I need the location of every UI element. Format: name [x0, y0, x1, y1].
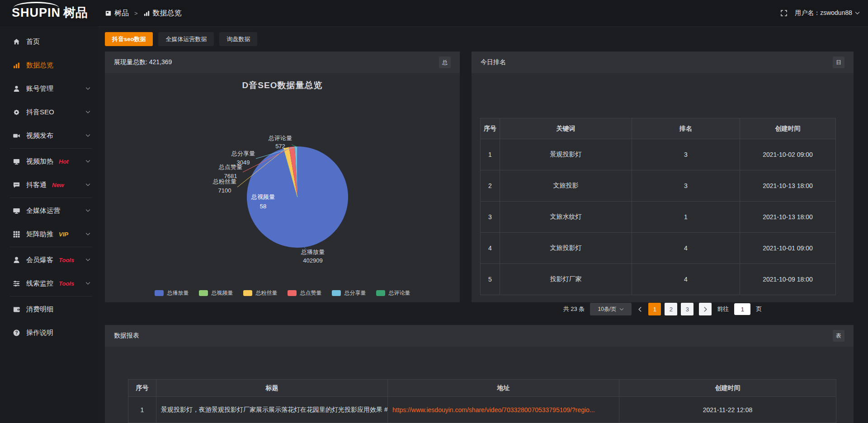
report-col-创建时间: 创建时间 [619, 380, 836, 397]
sidebar-item-消费明细[interactable]: 消费明细 [0, 297, 99, 321]
chevron-down-icon [85, 183, 90, 187]
overview-corner-button[interactable]: 总 [439, 56, 451, 68]
overview-panel-body: D音SEO数据量总览 总播放量402909总视频量58总粉丝量7100总点赞量7… [105, 73, 460, 302]
sidebar-item-label: 操作说明 [26, 329, 53, 337]
sidebar-item-label: 首页 [26, 38, 40, 46]
table-row: 5投影灯厂家42021-10-09 18:00 [481, 264, 836, 295]
sidebar-item-label: 会员爆客 [26, 256, 53, 264]
goto-page-input[interactable] [734, 303, 750, 315]
page-button-2[interactable]: 2 [665, 303, 677, 315]
pie-label-name: 总分享量 [231, 150, 255, 157]
sidebar-item-label: 数据总览 [26, 61, 53, 70]
chevron-down-icon [85, 160, 90, 163]
pie-label-value: 7681 [224, 173, 237, 179]
chevron-left-icon [638, 306, 642, 312]
next-page-button[interactable] [699, 303, 712, 315]
report-col-序号: 序号 [128, 380, 156, 397]
sidebar-item-首页[interactable]: 首页 [0, 30, 99, 53]
sidebar-item-label: 全媒体运营 [26, 207, 60, 215]
legend-label: 总粉丝量 [256, 289, 278, 297]
pie-label-name: 总评论量 [268, 135, 292, 141]
legend-item-总视频量[interactable]: 总视频量 [199, 289, 233, 297]
tab-全媒体运营数据[interactable]: 全媒体运营数据 [158, 32, 214, 46]
sliders-icon [13, 280, 20, 287]
sidebar-item-抖音SEO[interactable]: 抖音SEO [0, 100, 99, 124]
sidebar-item-视频加热[interactable]: 视频加热Hot [0, 150, 99, 173]
sidebar-item-会员爆客[interactable]: 会员爆客Tools [0, 248, 99, 272]
divider [10, 247, 92, 247]
chevron-down-icon [85, 232, 90, 236]
member-icon [13, 256, 20, 264]
sidebar-item-线索监控[interactable]: 线索监控Tools [0, 272, 99, 295]
page-button-1[interactable]: 1 [648, 303, 661, 315]
chevron-down-icon [85, 282, 90, 285]
username-dropdown[interactable]: 用户名：zswodun88 [795, 9, 860, 17]
main-content: 抖音seo数据全媒体运营数据询盘数据 展现量总数: 421,369 总 D音SE… [99, 26, 868, 423]
page-button-3[interactable]: 3 [681, 303, 693, 315]
overview-panel-header: 展现量总数: 421,369 总 [105, 52, 460, 73]
ranking-col-关键词: 关键词 [500, 118, 632, 139]
data-tabs: 抖音seo数据全媒体运营数据询盘数据 [105, 32, 257, 46]
table-cell: 1 [481, 139, 500, 170]
tab-询盘数据[interactable]: 询盘数据 [219, 32, 257, 46]
sidebar-item-label: 矩阵助推 [26, 230, 53, 239]
pie-label-value: 402909 [303, 257, 322, 264]
sidebar-badge: Hot [59, 158, 69, 165]
prev-page-button[interactable] [637, 306, 643, 312]
legend-label: 总点赞量 [300, 289, 322, 297]
table-cell: 3 [632, 139, 740, 170]
legend-item-总播放量[interactable]: 总播放量 [155, 289, 189, 297]
pie-label-line [292, 145, 297, 147]
legend-item-总点赞量[interactable]: 总点赞量 [288, 289, 322, 297]
sidebar-item-全媒体运营[interactable]: 全媒体运营 [0, 199, 99, 222]
sidebar-item-抖客通[interactable]: 抖客通New [0, 173, 99, 197]
logo-text-en: SHUPIN [12, 4, 61, 22]
report-cell-title: 景观投影灯，夜游景观投影灯厂家展示展示落花灯在花园里的灯光投影应用效果 # [156, 397, 388, 423]
chevron-down-icon [85, 110, 90, 114]
sidebar-item-操作说明[interactable]: ?操作说明 [0, 321, 99, 344]
report-cell-url: https://www.iesdouyin.com/share/video/70… [388, 397, 619, 423]
sidebar-item-账号管理[interactable]: 账号管理 [0, 77, 99, 100]
logo[interactable]: SHUPIN 树品 [12, 4, 98, 22]
tab-抖音seo数据[interactable]: 抖音seo数据 [105, 32, 153, 46]
user-icon [13, 85, 20, 93]
pie-label-value: 7100 [218, 187, 231, 194]
table-cell: 2021-10-02 09:00 [740, 139, 836, 170]
table-cell: 2021-10-13 18:00 [740, 202, 836, 233]
sidebar-item-数据总览[interactable]: 数据总览 [0, 53, 99, 77]
report-corner-button[interactable]: 表 [833, 330, 844, 342]
report-col-标题: 标题 [156, 380, 388, 397]
topbar: SHUPIN 树品 树品 > 数据总览 用户名：zswodun88 [0, 0, 868, 26]
table-cell: 文旅投影 [500, 170, 632, 202]
table-cell: 2021-10-09 18:00 [740, 264, 836, 295]
pie-label-name: 总播放量 [301, 249, 325, 255]
legend-item-总评论量[interactable]: 总评论量 [376, 289, 410, 297]
chat-icon [13, 181, 20, 189]
fullscreen-icon[interactable] [780, 9, 788, 17]
video-link[interactable]: https://www.iesdouyin.com/share/video/70… [392, 406, 595, 414]
app-icon [105, 10, 112, 17]
ranking-panel-title: 今日排名 [481, 58, 506, 66]
report-col-地址: 地址 [388, 380, 619, 397]
ranking-col-序号: 序号 [481, 118, 500, 139]
breadcrumb-current[interactable]: 数据总览 [143, 9, 182, 18]
report-table: 序号标题地址创建时间1景观投影灯，夜游景观投影灯厂家展示展示落花灯在花园里的灯光… [128, 379, 836, 423]
legend-chip [199, 290, 208, 296]
page-buttons: 123 [648, 303, 693, 315]
page-size-select[interactable]: 10条/页 [590, 303, 632, 315]
pie-label-value: 572 [275, 143, 285, 150]
table-cell: 4 [632, 264, 740, 295]
page-size-value: 10条/页 [598, 306, 617, 313]
ranking-col-创建时间: 创建时间 [740, 118, 836, 139]
sidebar-item-视频发布[interactable]: 视频发布 [0, 124, 99, 147]
sidebar-item-label: 视频加热 [26, 157, 53, 166]
ranking-corner-button[interactable]: 日 [833, 56, 844, 68]
sidebar-item-label: 线索监控 [26, 279, 53, 288]
chart-legend: 总播放量总视频量总粉丝量总点赞量总分享量总评论量 [105, 289, 460, 297]
legend-item-总粉丝量[interactable]: 总粉丝量 [243, 289, 278, 297]
breadcrumb-root[interactable]: 树品 [105, 9, 129, 18]
sidebar-item-矩阵助推[interactable]: 矩阵助推VIP [0, 222, 99, 246]
legend-item-总分享量[interactable]: 总分享量 [332, 289, 366, 297]
table-row: 1景观投影灯，夜游景观投影灯厂家展示展示落花灯在花园里的灯光投影应用效果 #ht… [128, 397, 836, 423]
pagination: 共 23 条 10条/页 123 前往 页 [472, 303, 854, 315]
